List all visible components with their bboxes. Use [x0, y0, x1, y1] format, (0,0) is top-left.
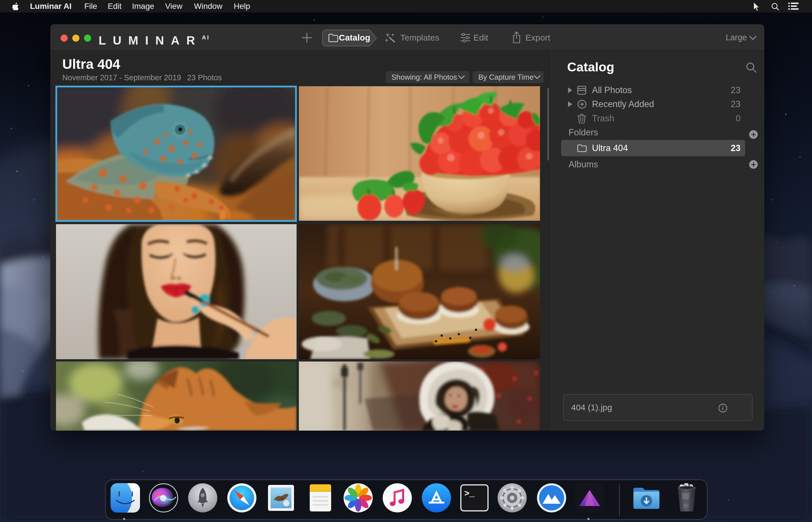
svg-text:>_: >_: [464, 489, 475, 499]
